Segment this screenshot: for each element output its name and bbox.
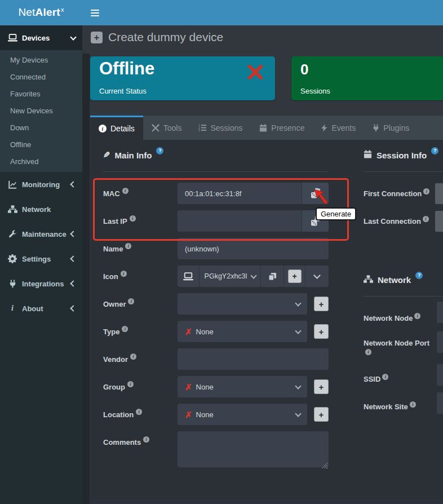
chart-icon [7, 180, 18, 189]
sidebar-toggle-icon[interactable] [91, 10, 99, 16]
location-select[interactable]: ✗None [178, 404, 307, 425]
offline-x-icon [247, 64, 264, 83]
annotation-cursor-arrow-icon [313, 188, 330, 207]
sidebar-item-network[interactable]: Network [0, 197, 82, 222]
info-icon: i [122, 326, 128, 332]
sidebar-item-offline[interactable]: Offline [0, 136, 82, 153]
last-connection-label: Last Connectioni [364, 216, 429, 227]
sidebar-item-new-devices[interactable]: New Devices [0, 103, 82, 120]
main-info-section: ✎ Main Info ? MACi Last IPi [103, 147, 329, 476]
sitemap-icon [364, 275, 373, 285]
info-icon: i [410, 401, 416, 408]
right-column: Session Info ? First Connectioni Last Co… [364, 147, 443, 423]
sidebar-item-about[interactable]: i About [0, 296, 82, 321]
name-label: Namei [103, 245, 178, 253]
last-connection-input[interactable] [435, 211, 443, 232]
name-input[interactable] [178, 238, 329, 259]
icon-label: Iconi [103, 272, 178, 281]
network-site-input[interactable] [437, 392, 443, 414]
sidebar-item-my-devices[interactable]: My Devices [0, 52, 82, 69]
session-info-heading: Session Info ? [364, 147, 443, 163]
tab-label: Sessions [210, 123, 242, 132]
add-icon-button[interactable]: + [288, 269, 302, 283]
wrench-icon [7, 230, 18, 238]
comments-row: Commentsi [103, 431, 329, 470]
chevron-left-icon [70, 280, 76, 286]
type-select[interactable]: ✗None [178, 321, 307, 342]
generate-tooltip: Generate [316, 207, 356, 220]
name-row: Namei [103, 238, 329, 259]
tab-details[interactable]: i Details [90, 116, 143, 140]
ssid-row: SSIDi [364, 368, 443, 390]
info-icon: i [127, 381, 134, 387]
sessions-value: 0 [300, 61, 308, 78]
sidebar-item-monitoring[interactable]: Monitoring [0, 172, 82, 197]
owner-label: Owneri [103, 300, 178, 308]
devices-submenu: My Devices Connected Favorites New Devic… [0, 50, 82, 172]
sidebar-item-label: Settings [22, 255, 71, 263]
status-label: Current Status [99, 87, 147, 95]
plug-icon [7, 280, 18, 288]
sidebar-item-label: Integrations [22, 280, 71, 288]
owner-select[interactable] [178, 293, 307, 315]
tab-sessions[interactable]: 123 Sessions [190, 116, 251, 140]
add-type-button[interactable]: + [314, 324, 329, 339]
sidebar-item-label: Devices [22, 34, 71, 42]
info-circle-icon: i [99, 125, 107, 132]
first-connection-input[interactable] [435, 183, 443, 204]
network-site-row: Network Sitei [364, 396, 443, 417]
tab-presence[interactable]: Presence [251, 116, 313, 140]
ssid-input[interactable] [437, 364, 443, 386]
sidebar-item-settings[interactable]: Settings [0, 246, 82, 271]
info-icon: i [382, 374, 388, 380]
tab-tools[interactable]: Tools [143, 116, 191, 140]
comments-label: Commentsi [103, 431, 178, 446]
brand-text: NetAlertx [18, 6, 64, 19]
chevron-down-icon [251, 272, 257, 278]
add-owner-button[interactable]: + [314, 297, 329, 311]
icon-preview-laptop-icon [178, 266, 199, 287]
copy-icon-button[interactable] [260, 266, 283, 287]
section-title: Main Info [115, 151, 152, 160]
sidebar-item-favorites[interactable]: Favorites [0, 86, 82, 103]
network-node-input[interactable] [437, 302, 443, 323]
mac-input[interactable] [178, 183, 302, 204]
icon-select[interactable]: PGkgY2xhc3l [199, 266, 261, 287]
status-value: Offline [99, 59, 154, 79]
icon-dropdown-button[interactable] [305, 266, 329, 287]
help-question-icon[interactable]: ? [415, 272, 423, 279]
comments-textarea[interactable] [178, 431, 329, 467]
add-group-button[interactable]: + [314, 379, 329, 394]
brand-logo[interactable]: NetAlertx [0, 0, 82, 25]
first-connection-row: First Connectioni [364, 183, 443, 204]
location-label: Locationi [103, 410, 178, 419]
network-node-port-input[interactable] [437, 331, 443, 353]
sidebar-item-connected[interactable]: Connected [0, 69, 82, 86]
sessions-label: Sessions [300, 87, 330, 95]
tab-plugins[interactable]: Plugins [364, 116, 418, 140]
sidebar-item-maintenance[interactable]: Maintenance [0, 222, 82, 246]
help-question-icon[interactable]: ? [156, 147, 163, 154]
red-x-icon: ✗ [185, 410, 192, 419]
divider [364, 296, 443, 297]
sidebar-item-down[interactable]: Down [0, 120, 82, 136]
last-ip-row: Last IPi [103, 210, 329, 232]
sessions-card[interactable]: 0 Sessions [291, 56, 443, 100]
sidebar-item-archived[interactable]: Archived [0, 153, 82, 170]
help-question-icon[interactable]: ? [431, 147, 438, 154]
chevron-down-icon [295, 383, 301, 389]
network-heading: Network ? [364, 271, 443, 288]
tab-events[interactable]: Events [313, 116, 364, 140]
add-location-button[interactable]: + [314, 407, 329, 422]
sidebar-item-integrations[interactable]: Integrations [0, 271, 82, 296]
vendor-input[interactable] [178, 348, 329, 370]
network-node-port-label: Network Node Porti [364, 338, 430, 359]
list-ol-icon: 123 [198, 124, 206, 131]
group-select[interactable]: ✗None [178, 376, 307, 397]
last-ip-input[interactable] [178, 210, 302, 232]
current-status-card[interactable]: Offline Current Status [90, 56, 275, 100]
plus-square-icon: + [91, 32, 103, 43]
content-gutter [82, 54, 90, 504]
network-node-label: Network Nodei [364, 313, 420, 324]
sidebar-item-devices[interactable]: Devices [0, 25, 82, 50]
